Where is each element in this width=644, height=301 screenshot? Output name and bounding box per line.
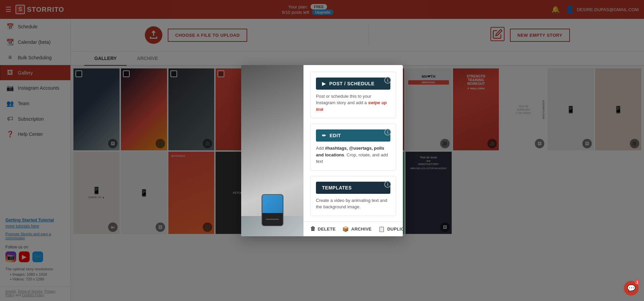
duplicate-label: DUPLICATE: [387, 227, 403, 232]
modal-actions: ℹ ▶ POST / SCHEDULE Post or schedule thi…: [303, 65, 403, 236]
chat-widget[interactable]: 💬 1: [624, 281, 639, 296]
edit-pencil-icon: ✏: [322, 133, 326, 138]
edit-card: ℹ ✏ EDIT Add #hashtags, @usertags, polls…: [310, 124, 396, 171]
delete-label: DELETE: [318, 227, 335, 232]
modal-footer: 🗑 DELETE 📦 ARCHIVE 📋 DUPLICATE CANCEL: [303, 221, 403, 236]
trash-icon: 🗑: [310, 226, 316, 232]
archive-button[interactable]: 📦 ARCHIVE: [342, 226, 372, 232]
edit-info-icon[interactable]: ℹ: [384, 129, 391, 136]
post-schedule-play-icon: ▶: [322, 81, 326, 86]
archive-icon: 📦: [342, 226, 349, 232]
post-schedule-label: POST / SCHEDULE: [329, 81, 375, 86]
edit-description: Add #hashtags, @usertags, polls and loca…: [316, 145, 390, 165]
duplicate-button[interactable]: 📋 DUPLICATE: [378, 226, 403, 232]
templates-button[interactable]: TEMPLATES: [316, 182, 390, 194]
templates-description: Create a video by animating text and the…: [316, 197, 390, 210]
modal-overlay: ℹ ▶ POST / SCHEDULE Post or schedule thi…: [0, 0, 644, 301]
edit-label: EDIT: [330, 133, 341, 138]
templates-info-icon[interactable]: ℹ: [384, 181, 391, 188]
chat-badge: 1: [635, 279, 640, 285]
delete-button[interactable]: 🗑 DELETE: [310, 226, 335, 232]
post-schedule-info-icon[interactable]: ℹ: [384, 77, 391, 84]
edit-button[interactable]: ✏ EDIT: [316, 129, 390, 142]
modal-preview-image: [241, 65, 303, 236]
post-schedule-card: ℹ ▶ POST / SCHEDULE Post or schedule thi…: [310, 72, 396, 119]
action-modal: ℹ ▶ POST / SCHEDULE Post or schedule thi…: [241, 65, 403, 236]
duplicate-icon: 📋: [378, 226, 385, 232]
archive-label: ARCHIVE: [351, 227, 372, 232]
chat-icon: 💬: [627, 284, 636, 292]
post-schedule-description: Post or schedule this to your Instagram …: [316, 93, 390, 113]
templates-card: ℹ TEMPLATES Create a video by animating …: [310, 176, 396, 216]
templates-label: TEMPLATES: [322, 185, 352, 190]
post-schedule-button[interactable]: ▶ POST / SCHEDULE: [316, 78, 390, 90]
